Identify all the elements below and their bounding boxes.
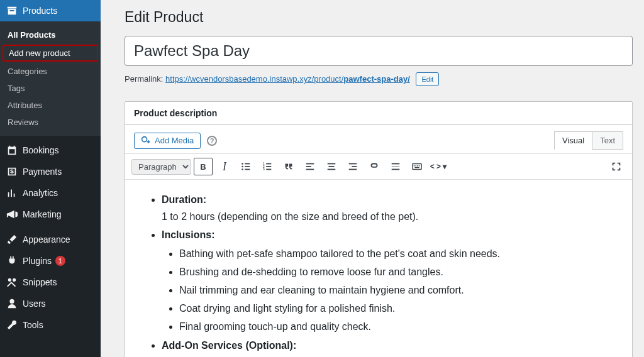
svg-rect-22 (392, 163, 400, 165)
duration-label: Duration: (162, 194, 206, 205)
add-media-button[interactable]: Add Media (134, 133, 201, 149)
sidebar-item-analytics[interactable]: Analytics (0, 182, 101, 204)
inclusion-item: Bathing with pet-safe shampoo tailored t… (179, 245, 613, 262)
svg-rect-10 (266, 166, 271, 167)
editor-tabs: Visual Text (555, 131, 623, 150)
sidebar-label: Payments (23, 167, 62, 177)
sidebar-label: Plugins (23, 256, 52, 266)
info-icon[interactable]: ? (207, 136, 217, 146)
svg-rect-28 (417, 165, 418, 166)
scissors-icon (6, 277, 18, 288)
svg-point-0 (142, 136, 147, 141)
align-right-button[interactable] (343, 158, 362, 175)
align-left-button[interactable] (301, 158, 319, 175)
inclusions-label: Inclusions: (162, 229, 214, 240)
sidebar-label: Analytics (23, 188, 58, 198)
editor-top-row: Add Media ? Visual Text (125, 125, 632, 153)
media-plus-icon (141, 136, 151, 146)
bullet-list-button[interactable] (236, 158, 255, 175)
align-center-button[interactable] (322, 158, 341, 175)
duration-text: 1 to 2 hours (depending on the size and … (162, 211, 418, 222)
svg-rect-4 (245, 166, 250, 167)
svg-rect-18 (328, 169, 336, 170)
sidebar-item-appearance[interactable]: Appearance (0, 229, 101, 250)
sidebar-item-plugins[interactable]: Plugins 1 (0, 250, 101, 272)
svg-point-1 (242, 163, 243, 165)
inclusion-item: Brushing and de-shedding to remove loose… (179, 263, 613, 280)
fullscreen-button[interactable] (607, 158, 626, 175)
submenu-categories[interactable]: Categories (0, 63, 101, 80)
svg-text:3: 3 (263, 167, 265, 171)
svg-rect-23 (392, 166, 400, 167)
add-media-label: Add Media (155, 136, 194, 145)
archive-box-icon (6, 5, 18, 16)
numbered-list-button[interactable]: 123 (258, 158, 277, 175)
svg-rect-13 (306, 163, 314, 165)
permalink-slug: pawfect-spa-day/ (343, 74, 409, 84)
svg-point-3 (242, 166, 243, 168)
submenu-all-products[interactable]: All Products (0, 26, 101, 43)
link-button[interactable] (365, 158, 384, 175)
submenu-tags[interactable]: Tags (0, 80, 101, 97)
megaphone-icon (6, 209, 18, 220)
submenu-reviews[interactable]: Reviews (0, 114, 101, 131)
svg-rect-2 (245, 163, 250, 165)
sidebar-label: Marketing (23, 209, 61, 219)
tab-text[interactable]: Text (592, 131, 623, 150)
svg-rect-25 (413, 164, 421, 170)
svg-rect-15 (306, 169, 314, 170)
addons-label: Add-On Services (Optional): (162, 340, 296, 351)
editor-content[interactable]: Duration: 1 to 2 hours (depending on the… (125, 180, 632, 357)
sidebar-label: Appearance (23, 234, 70, 244)
submenu-attributes[interactable]: Attributes (0, 97, 101, 114)
svg-rect-14 (306, 166, 311, 167)
blockquote-button[interactable] (279, 158, 298, 175)
sidebar-item-bookings[interactable]: Bookings (0, 140, 101, 161)
sidebar-label: Tools (23, 320, 43, 330)
calendar-icon (6, 145, 18, 156)
brush-icon (6, 234, 18, 245)
permalink-label: Permalink: (125, 74, 163, 84)
sidebar-item-users[interactable]: Users (0, 293, 101, 314)
keyboard-button[interactable] (408, 158, 426, 175)
toolbar-toggle-button[interactable]: < > ▾ (429, 158, 448, 175)
tab-visual[interactable]: Visual (554, 131, 592, 150)
product-description-box: Product description Add Media ? Visual T… (125, 101, 633, 357)
permalink-link[interactable]: https://wcvendorsbasedemo.instawp.xyz/pr… (165, 74, 410, 84)
permalink-base: https://wcvendorsbasedemo.instawp.xyz/pr… (165, 74, 343, 84)
product-title-input[interactable] (125, 36, 633, 66)
svg-rect-16 (328, 163, 336, 165)
svg-point-5 (242, 168, 243, 170)
sidebar-item-marketing[interactable]: Marketing (0, 204, 101, 225)
format-select[interactable]: Paragraph (131, 159, 191, 175)
svg-rect-20 (352, 166, 357, 167)
inclusion-item: Coat drying and light styling for a poli… (179, 300, 613, 317)
edit-slug-button[interactable]: Edit (416, 72, 439, 86)
wrench-icon (6, 319, 18, 331)
permalink-row: Permalink: https://wcvendorsbasedemo.ins… (125, 72, 633, 86)
sidebar-item-tools[interactable]: Tools (0, 314, 101, 336)
svg-rect-19 (349, 163, 357, 165)
svg-rect-6 (245, 169, 250, 170)
main-content: Edit Product Permalink: https://wcvendor… (101, 0, 644, 357)
sidebar-label: Snippets (23, 277, 57, 287)
page-title: Edit Product (125, 0, 633, 36)
admin-sidebar: Products All Products Add new product Ca… (0, 0, 101, 357)
plug-icon (6, 255, 18, 266)
sidebar-label: Products (23, 6, 57, 16)
svg-rect-8 (266, 163, 271, 165)
svg-rect-26 (414, 165, 415, 166)
italic-button[interactable]: I (215, 158, 234, 175)
svg-rect-30 (414, 167, 419, 168)
box-header: Product description (125, 102, 632, 125)
sidebar-item-payments[interactable]: Payments (0, 161, 101, 182)
sidebar-item-snippets[interactable]: Snippets (0, 272, 101, 293)
editor-toolbar: Paragraph B I 123 < > ▾ (125, 153, 632, 180)
plugins-update-badge: 1 (55, 256, 65, 266)
bold-button[interactable]: B (194, 158, 213, 175)
submenu-add-new-product[interactable]: Add new product (3, 45, 98, 62)
read-more-button[interactable] (386, 158, 405, 175)
products-submenu: All Products Add new product Categories … (0, 21, 101, 136)
bar-chart-icon (6, 187, 18, 199)
sidebar-item-products[interactable]: Products (0, 0, 101, 21)
